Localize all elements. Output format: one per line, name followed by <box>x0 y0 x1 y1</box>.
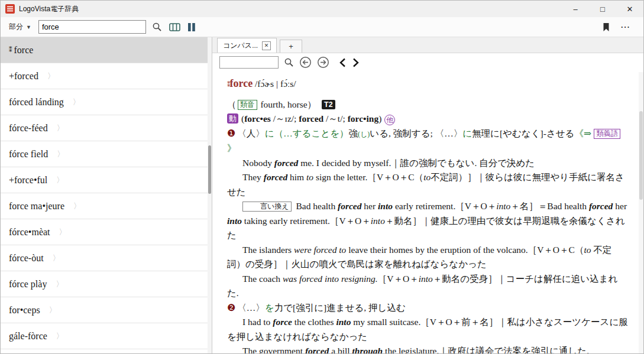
text-segment: 〈人〉 <box>237 128 265 138</box>
history-forward-icon[interactable] <box>317 56 329 69</box>
text-segment: forced <box>299 113 323 124</box>
text-segment: The coach <box>242 274 283 284</box>
chevron-right-icon: 〉 <box>57 123 64 134</box>
text-segment: /～t/; <box>323 113 347 124</box>
entry-scrollbar-thumb[interactable] <box>639 111 643 200</box>
text-segment: to <box>584 245 591 255</box>
history-back-icon[interactable] <box>299 56 312 69</box>
bookmark-icon[interactable] <box>601 21 611 33</box>
text-segment: sign the letter.［V＋O＋C（ <box>313 172 423 182</box>
text-segment: to <box>306 172 313 182</box>
list-item[interactable]: fórce fìeld〉 <box>1 141 212 167</box>
search-icon[interactable] <box>151 21 163 33</box>
list-item-label: force <box>14 45 34 56</box>
more-menu-icon[interactable]: ⋯ <box>620 21 630 33</box>
entry-scrollbar[interactable] <box>639 72 643 354</box>
text-segment: leave their homes by the eruption of the… <box>346 245 584 255</box>
text-segment: to <box>423 172 431 182</box>
ruion-badge: 類音 <box>238 100 257 110</box>
text-segment: her <box>361 201 378 211</box>
text-segment: 力で[強引に]進ませる, 押し込む <box>274 303 406 313</box>
maximize-button[interactable]: □ <box>589 1 616 17</box>
text-segment: was forced into resigning. <box>283 274 378 284</box>
text-segment: Nobody <box>242 158 274 168</box>
text-segment: The islanders <box>242 245 294 255</box>
text-segment: into <box>496 201 510 211</box>
frequency-mark-icon: ⁑ <box>9 46 12 54</box>
text-segment: 》 <box>227 143 237 153</box>
search-mode-label: 部分 <box>9 22 23 32</box>
text-segment: through <box>352 346 383 354</box>
entry-paragraph: 言い換え Bad health forced her into early re… <box>227 199 628 243</box>
text-segment: into <box>336 317 351 327</box>
list-item[interactable]: force ma•jeure〉 <box>1 193 212 219</box>
entry-search-input[interactable] <box>219 56 279 69</box>
list-item-label: fórced lánding <box>9 97 64 108</box>
search-input[interactable] <box>38 20 146 34</box>
list-item[interactable]: fórce-òut〉 <box>1 245 212 271</box>
text-segment: 無理に[やむなく]-させる <box>472 128 574 138</box>
sidebar-scrollbar[interactable] <box>208 37 212 354</box>
headword: force <box>230 77 253 89</box>
list-item[interactable]: for•ceps〉 <box>1 297 212 323</box>
text-segment: into <box>378 201 393 211</box>
text-segment: were forced to <box>294 245 346 255</box>
pattern-badge: T2 <box>322 100 335 109</box>
verb-badge: 動 <box>227 113 238 124</box>
entry-paragraph: ❶〈人〉に（…することを）強(し)いる, 強制する; 〈…〉に無理に[やむなく]… <box>227 126 628 156</box>
chevron-right-icon: 〉 <box>53 253 60 264</box>
tab-compass[interactable]: コンパス... ✕ <box>217 38 277 53</box>
prev-entry-icon[interactable] <box>338 57 347 68</box>
text-segment: Bad health <box>294 201 338 211</box>
text-segment: force <box>273 317 292 327</box>
search-mode-dropdown[interactable]: 部分 ▼ <box>7 21 34 33</box>
close-button[interactable]: ✕ <box>616 1 643 17</box>
grid-view-icon[interactable] <box>168 21 182 33</box>
entry-paragraph: The coach was forced into resigning.［V＋O… <box>227 272 628 301</box>
list-item[interactable]: fórce plày〉 <box>1 271 212 297</box>
text-segment: ［V＋O＋ <box>378 274 419 284</box>
new-tab-button[interactable]: + <box>280 40 302 53</box>
text-segment: him <box>287 172 306 182</box>
list-item[interactable]: +forced〉 <box>1 63 212 89</box>
entry-paragraph: ⁑force /fɔ́ɚs | fɔ́ːs/ <box>227 76 628 92</box>
list-item[interactable]: fórce•mèat〉 <box>1 219 212 245</box>
tab-close-icon[interactable]: ✕ <box>262 41 271 50</box>
list-item-label: fórce-òut <box>9 253 44 264</box>
tab-bar: コンパス... ✕ + <box>212 37 643 53</box>
list-item-label: fórce•mèat <box>9 227 50 238</box>
list-item[interactable]: fórced lánding〉 <box>1 89 212 115</box>
entry-paragraph: 動(forc•es /～ɪz/; forced /～t/; forc•ing)他 <box>227 112 628 126</box>
entry-paragraph: The islanders were forced to leave their… <box>227 243 628 272</box>
list-item-label: force ma•jeure <box>9 201 64 212</box>
chevron-right-icon: 〉 <box>47 71 55 82</box>
text-segment: を <box>265 303 274 313</box>
text-segment: (し) <box>358 130 370 138</box>
list-item[interactable]: +force•ful〉 <box>1 167 212 193</box>
list-item[interactable]: ⁑force <box>1 37 212 63</box>
columns-view-icon[interactable] <box>186 21 197 33</box>
sense-number: ❷ <box>227 303 235 313</box>
iikae-badge: 言い換え <box>242 202 292 212</box>
sidebar-scrollbar-thumb[interactable] <box>208 145 211 194</box>
text-segment: いる, 強制する; 〈…〉 <box>370 128 462 138</box>
text-segment: 《⇒ <box>575 128 594 138</box>
text-segment: me. I decided by myself.｜誰の強制でもない. 自分で決め… <box>298 158 535 168</box>
transitive-badge: 他 <box>384 115 395 125</box>
next-entry-icon[interactable] <box>352 57 360 68</box>
list-item-label: fórce fìeld <box>9 149 48 160</box>
text-segment: ＋名］＝Bad health <box>510 201 589 211</box>
window-title: LogoVista電子辞典 <box>19 4 79 14</box>
chevron-down-icon: ▼ <box>26 24 31 30</box>
window-controls: – □ ✕ <box>562 1 643 17</box>
text-segment: taking early retirement.［V＋O＋ <box>242 216 371 226</box>
ruigigo-link[interactable]: 類義語 <box>594 129 621 139</box>
list-item[interactable]: gále-fòrce〉 <box>1 323 212 349</box>
entry-pane: コンパス... ✕ + <box>212 37 643 354</box>
entry-search-icon[interactable] <box>284 57 294 67</box>
entry-paragraph: I had to force the clothes into my small… <box>227 315 628 344</box>
text-segment: early retirement.［V＋O＋ <box>393 201 496 211</box>
minimize-button[interactable]: – <box>562 1 589 17</box>
text-segment: に <box>265 128 274 138</box>
list-item[interactable]: fórce-féed〉 <box>1 115 212 141</box>
